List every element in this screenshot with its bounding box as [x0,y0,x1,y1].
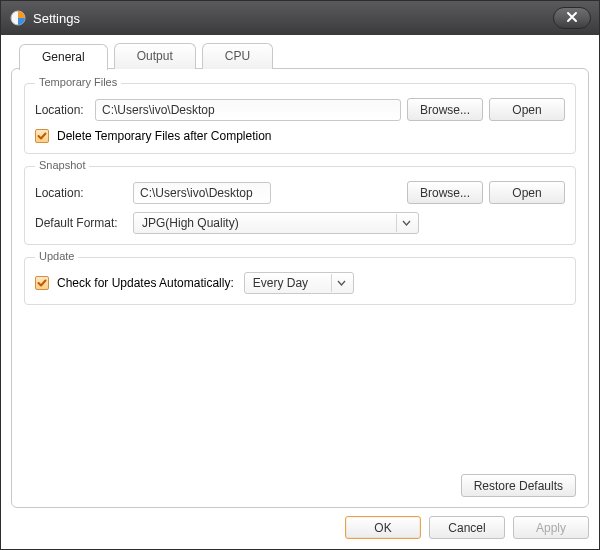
temp-location-input[interactable]: C:\Users\ivo\Desktop [95,99,401,121]
app-icon [9,9,27,27]
group-legend: Snapshot [35,159,89,171]
group-snapshot: Snapshot Location: C:\Users\ivo\Desktop … [24,166,576,245]
dialog-footer: OK Cancel Apply [11,508,589,539]
cancel-button[interactable]: Cancel [429,516,505,539]
delete-temp-checkbox[interactable] [35,129,49,143]
check-icon [37,131,47,141]
group-legend: Update [35,250,78,262]
close-icon [566,11,578,26]
apply-button[interactable]: Apply [513,516,589,539]
ok-button[interactable]: OK [345,516,421,539]
check-updates-label: Check for Updates Automatically: [57,276,234,290]
delete-temp-label: Delete Temporary Files after Completion [57,129,272,143]
settings-window: Settings General Output CPU Temporary Fi… [0,0,600,550]
snapshot-format-combo[interactable]: JPG(High Quality) [133,212,419,234]
snapshot-location-input[interactable]: C:\Users\ivo\Desktop [133,182,271,204]
chevron-down-icon [331,274,351,292]
close-button[interactable] [553,7,591,29]
temp-open-button[interactable]: Open [489,98,565,121]
snapshot-open-button[interactable]: Open [489,181,565,204]
snapshot-format-value: JPG(High Quality) [142,216,396,230]
group-update: Update Check for Updates Automatically: … [24,257,576,305]
window-title: Settings [33,11,553,26]
body: General Output CPU Temporary Files Locat… [1,35,599,549]
tabstrip: General Output CPU [11,43,589,69]
restore-defaults-button[interactable]: Restore Defaults [461,474,576,497]
check-icon [37,278,47,288]
chevron-down-icon [396,214,416,232]
tabpage-general: Temporary Files Location: C:\Users\ivo\D… [11,68,589,508]
temp-browse-button[interactable]: Browse... [407,98,483,121]
titlebar: Settings [1,1,599,35]
tab-output[interactable]: Output [114,43,196,69]
snapshot-location-label: Location: [35,186,127,200]
group-legend: Temporary Files [35,76,121,88]
snapshot-format-label: Default Format: [35,216,127,230]
check-updates-checkbox[interactable] [35,276,49,290]
tab-cpu[interactable]: CPU [202,43,273,69]
tab-general[interactable]: General [19,44,108,70]
update-frequency-combo[interactable]: Every Day [244,272,354,294]
snapshot-browse-button[interactable]: Browse... [407,181,483,204]
group-temporary-files: Temporary Files Location: C:\Users\ivo\D… [24,83,576,154]
temp-location-label: Location: [35,103,89,117]
update-frequency-value: Every Day [253,276,331,290]
